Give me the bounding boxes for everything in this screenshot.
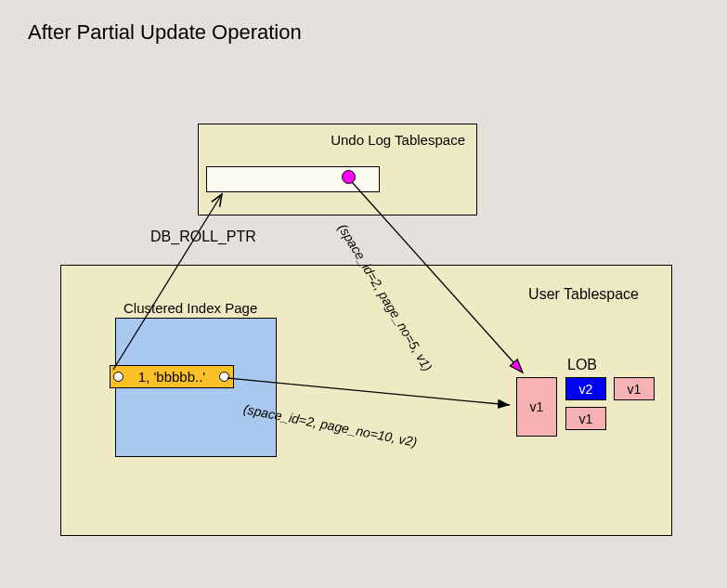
lob-block-v2: v2: [565, 377, 606, 400]
lob-block-v1-right: v1: [614, 377, 655, 400]
row-record: 1, 'bbbbb..': [110, 365, 234, 388]
lob-label: LOB: [567, 357, 597, 373]
diagram-title: After Partial Update Operation: [28, 20, 302, 45]
db-roll-ptr-label: DB_ROLL_PTR: [150, 229, 256, 245]
lob-block-v1-bottom: v1: [565, 407, 606, 430]
lob-block-v1-main: v1: [516, 377, 557, 437]
row-lob-ref-anchor: [219, 372, 229, 382]
undo-lob-ref-dot: [342, 170, 356, 184]
clustered-index-label: Clustered Index Page: [123, 300, 257, 316]
clustered-index-page-box: Clustered Index Page 1, 'bbbbb..': [115, 318, 277, 457]
user-tablespace-label: User Tablespace: [528, 286, 639, 303]
undo-log-tablespace-box: Undo Log Tablespace: [198, 124, 477, 216]
row-roll-ptr-anchor: [113, 372, 123, 382]
user-tablespace-box: User Tablespace Clustered Index Page 1, …: [60, 265, 672, 536]
undo-log-label: Undo Log Tablespace: [331, 132, 465, 148]
